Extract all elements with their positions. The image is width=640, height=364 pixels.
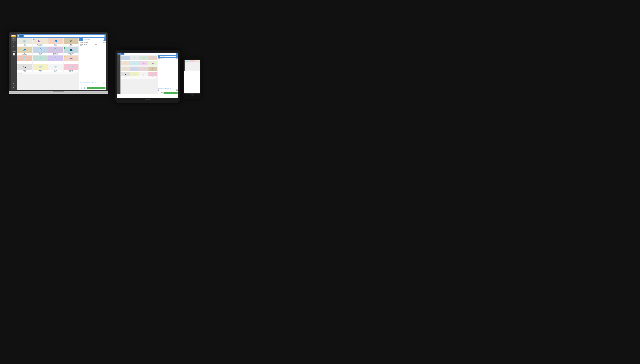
phone-product-2[interactable]: 👕10.52 bbox=[190, 60, 195, 61]
phone-product-8[interactable]: 👕85.71 bbox=[190, 62, 195, 63]
tablet-customer-search[interactable]: Search customer bbox=[160, 56, 176, 58]
tablet-product-price-12: 52.38 bbox=[148, 71, 157, 72]
pagination-info-tablet: 1 - 16 of 36 bbox=[121, 78, 124, 78]
tablet-product-12[interactable]: 🎗 52.38 bbox=[148, 66, 157, 72]
pagination-prev-tablet[interactable]: ‹ bbox=[154, 78, 155, 79]
product-card-hoodie-zipper[interactable]: 2 🧥 Hoodie w/Zipper $45.00 bbox=[64, 47, 79, 55]
tablet-cart-item-name-1: Single bbox=[158, 60, 160, 60]
tablet-product-2[interactable]: 👕 10.52 bbox=[130, 56, 139, 61]
phone-home-btn[interactable] bbox=[191, 94, 194, 97]
sidebar-item-setting[interactable]: ⚙ Setting bbox=[12, 82, 16, 86]
tablet-cart-delete-btn[interactable]: 🗑 bbox=[158, 92, 160, 94]
product-card-tshirt[interactable]: 👕 Tshirt $20.00 bbox=[48, 56, 63, 64]
tablet-product-15[interactable]: 👕 39.33 bbox=[139, 72, 148, 77]
phone-grid-inner: 👕17.14 👕10.52 👕45.86 👕19.05 Woo14.29 👕42… bbox=[185, 60, 200, 62]
tablet-product-search[interactable]: Enter product barcode / name / sku bbox=[125, 53, 176, 55]
tablet-product-6[interactable]: 👕 19.05 bbox=[130, 61, 139, 66]
tablet-product-10[interactable]: 👕 17.14 bbox=[130, 66, 139, 72]
sidebar-item-transactions[interactable]: ↔ Transactions bbox=[12, 49, 16, 52]
woo-logo-tablet-1: Woo bbox=[143, 63, 145, 64]
product-card-belt[interactable]: 🎗 Belt $65.00 $55.00 bbox=[64, 38, 79, 46]
tablet-product-img-16: 👕 bbox=[148, 72, 157, 76]
cart-save-btn-laptop[interactable]: 💾 bbox=[83, 87, 86, 89]
tablet-sidebar-icon-1[interactable]: ⊞ bbox=[118, 55, 120, 57]
discount-add-link[interactable]: Discount bbox=[86, 82, 90, 83]
tablet-product-16[interactable]: 👕 45.86 bbox=[148, 72, 157, 77]
cart-actions-laptop: 🗑 💾 46.80 bbox=[79, 86, 106, 90]
product-card-album[interactable]: 💿 Album $15.00 bbox=[17, 38, 32, 46]
tablet-product-3[interactable]: 👕 17.14 bbox=[139, 56, 148, 61]
tablet-sidebar-icon-2[interactable]: 🔖 bbox=[118, 57, 120, 58]
sidebar-item-extra[interactable]: ☰ bbox=[12, 86, 16, 89]
pagination-prev-laptop[interactable]: ‹ bbox=[74, 73, 76, 74]
phone-product-6[interactable]: 👕42.86 bbox=[195, 61, 200, 62]
cart-delete-btn-laptop[interactable]: 🗑 bbox=[80, 87, 83, 89]
product-card-tshirt-yellow[interactable]: 👕 Tshirt Yellow $18.00 bbox=[33, 64, 48, 72]
product-img-polo: 👕 bbox=[17, 56, 32, 61]
phone-product-5[interactable]: Woo14.29 bbox=[190, 61, 195, 62]
tablet-product-13[interactable]: 🕶 15.24 bbox=[121, 72, 130, 77]
product-card-cap[interactable]: 🧢 Cap $18.00 $15.00 bbox=[17, 47, 32, 55]
tablet-shipping-link[interactable]: Shipping bbox=[166, 88, 169, 89]
product-card-beanie[interactable]: 🧢 Beanie $20.00 bbox=[48, 38, 63, 46]
tablet-cart-delete-1[interactable]: ✕ bbox=[177, 60, 178, 60]
product-card-long-sleeve-2[interactable]: 👕 Long Sleeve Tee $25.00 bbox=[33, 56, 48, 64]
menu-icon-laptop[interactable]: ☰ bbox=[18, 35, 19, 37]
tablet-product-5[interactable]: 👕 23.81 bbox=[121, 61, 130, 66]
product-name-hoodie-blue: Hoodie Blue bbox=[33, 53, 48, 54]
sidebar-item-board[interactable]: ⊞ Board bbox=[12, 38, 16, 41]
pagination-next-tablet[interactable]: › bbox=[155, 78, 157, 79]
cart-panel-laptop: 👤 Search customer + 1 Hoodie with Zipper… bbox=[79, 38, 106, 90]
tablet-product-14[interactable]: 👕 85.71 bbox=[130, 72, 139, 77]
add-customer-btn-laptop[interactable]: + bbox=[104, 38, 105, 40]
tablet-product-8[interactable]: Woo 1.90 bbox=[148, 61, 157, 66]
tablet-cart-charge-btn[interactable]: 20.00 bbox=[164, 92, 178, 94]
board-icon: ⊞ bbox=[12, 38, 16, 40]
tablet-sidebar-icon-5[interactable]: ⚙ bbox=[118, 62, 120, 63]
tablet-subtotal-label: Sub Total bbox=[158, 90, 161, 90]
sidebar-item-report[interactable]: 📊 Report bbox=[12, 52, 16, 56]
tablet-cart-items: 1 T-Shirt with Logo 17.14 Single 1.30 ✕ bbox=[158, 58, 178, 88]
cart-panel-tablet: 👤 Search customer + 1 T-Shirt with Logo bbox=[158, 55, 178, 94]
product-card-glasses[interactable]: 🕶 Glasses $90.00 bbox=[17, 64, 32, 72]
tablet-product-4[interactable]: 👕 17.14 bbox=[148, 56, 157, 61]
tablet-sidebar-icon-4[interactable]: ↔ bbox=[118, 60, 120, 62]
tablet-product-link[interactable]: Product bbox=[160, 88, 163, 89]
product-card-tshirt-pink[interactable]: 👕 Tshirt Pink $20.00 $15.00 bbox=[64, 64, 79, 72]
sidebar-item-orders[interactable]: 🛒 Orders bbox=[12, 45, 16, 49]
customer-search-laptop[interactable]: Search customer bbox=[83, 38, 104, 40]
tablet-sidebar-icon-3[interactable]: 🛒 bbox=[118, 58, 120, 60]
cart-charge-btn-laptop[interactable]: 46.80 bbox=[87, 87, 106, 89]
product-card-super[interactable]: 3 Woo Super $3.00 $2.00 bbox=[64, 56, 79, 64]
product-card-polo[interactable]: 👕 Polo $5.00–$4,500,000.00 bbox=[17, 56, 32, 64]
product-add-link[interactable]: Product bbox=[83, 82, 86, 83]
sidebar-item-saved-cart[interactable]: 🔖 Saved Cart bbox=[12, 41, 16, 45]
phone-pos-scaled: POS ⊞ 🔖 🛒 admin Enter product barcode / … bbox=[184, 60, 200, 71]
tablet-product-7[interactable]: Woo 14.29 bbox=[139, 61, 148, 66]
product-card-long-sleeve[interactable]: 👕 Long Sleeve Tee $45.00 $35.00 bbox=[48, 47, 63, 55]
phone-product-7[interactable]: 👕52.38 bbox=[185, 62, 190, 63]
phone-product-3[interactable]: 👕45.86 bbox=[195, 60, 200, 61]
shipping-add-link[interactable]: Shipping bbox=[91, 82, 94, 83]
tablet-cart-save-btn[interactable]: 💾 bbox=[161, 92, 163, 94]
tablet-add-customer-btn[interactable]: + bbox=[177, 56, 177, 57]
product-search-laptop[interactable]: Enter product barcode / name / sku bbox=[24, 35, 104, 37]
product-card-tshirt-white[interactable]: 👕 Tshirt White $18.00 bbox=[48, 64, 63, 72]
tablet-product-img-3: 👕 bbox=[139, 56, 148, 60]
tax-add-link[interactable]: Tax bbox=[95, 82, 96, 83]
tablet-product-11[interactable]: 👕 19.05 bbox=[139, 66, 148, 72]
tablet-product-img-7: Woo bbox=[139, 61, 148, 66]
phone-product-4[interactable]: 👕19.05 bbox=[185, 61, 190, 62]
product-price-tshirt-pink: $20.00 $15.00 bbox=[64, 71, 79, 72]
phone-product-1[interactable]: 👕17.14 bbox=[185, 60, 190, 61]
cart-item-delete-1[interactable]: ✕ bbox=[105, 44, 106, 45]
tablet-tax-link[interactable]: Tax bbox=[170, 88, 171, 89]
product-card-hoodie-blue[interactable]: 👕 Hoodie Blue $45.00 bbox=[33, 47, 48, 55]
tablet-discount-link[interactable]: Discount bbox=[163, 88, 166, 89]
tax-label: Tax bbox=[80, 84, 81, 86]
tablet-product-1[interactable]: 👕 From 47.29 bbox=[121, 56, 130, 61]
pagination-next-laptop[interactable]: › bbox=[76, 73, 78, 74]
product-card-hoodie-logo[interactable]: 1 Woo Hoodie with Logo $20.00 $18.00 bbox=[33, 38, 48, 46]
phone-sidebar-icon-3[interactable]: 🛒 bbox=[184, 61, 185, 61]
tablet-product-9[interactable]: 👕 42.86 bbox=[121, 66, 130, 72]
